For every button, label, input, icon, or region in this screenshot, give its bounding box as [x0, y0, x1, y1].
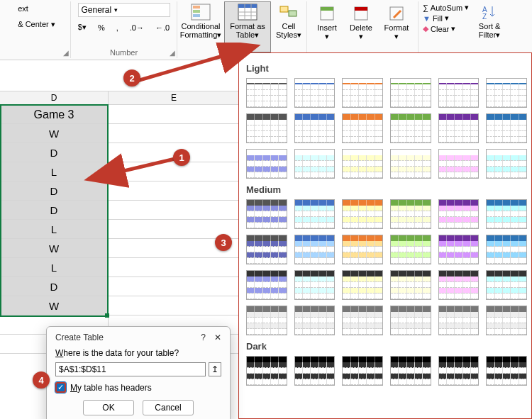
autosum-button[interactable]: ∑AutoSum ▾ [423, 3, 469, 12]
table-style-thumb[interactable] [438, 149, 480, 179]
table-style-thumb[interactable] [390, 78, 431, 108]
headers-checkbox[interactable]: ✓ [55, 382, 66, 393]
table-style-thumb[interactable] [246, 235, 287, 264]
percent-button[interactable]: % [96, 22, 107, 33]
dialog-close-button[interactable]: ✕ [214, 333, 221, 342]
cell-d[interactable]: L [0, 220, 109, 239]
dialog-help-button[interactable]: ? [201, 333, 206, 342]
delete-button[interactable]: Delete▾ [345, 3, 377, 50]
cell-d[interactable]: W [0, 239, 109, 258]
alignment-dialog-launcher[interactable]: ◢ [63, 49, 69, 57]
number-format-dropdown[interactable]: General▾ [78, 3, 170, 17]
table-style-thumb[interactable] [438, 113, 480, 143]
currency-button[interactable]: $▾ [76, 21, 89, 33]
table-style-thumb[interactable] [438, 270, 480, 300]
table-style-thumb[interactable] [294, 306, 336, 335]
ribbon: ext & Center ▾ ◢ General▾ $▾ % , .0→ ←.0… [0, 0, 532, 60]
table-style-thumb[interactable] [438, 306, 480, 335]
conditional-formatting-button[interactable]: Conditional Formatting▾ [177, 1, 224, 52]
sort-filter-button[interactable]: AZ Sort & Filter▾ [473, 1, 506, 52]
callout-4: 4 [33, 371, 50, 389]
table-style-thumb[interactable] [486, 235, 527, 264]
format-as-table-button[interactable]: Format as Table▾ [224, 1, 271, 52]
cell-d[interactable]: W [0, 124, 109, 143]
cell-d[interactable]: D [0, 277, 109, 296]
table-style-thumb[interactable] [342, 270, 383, 300]
table-style-thumb[interactable] [486, 199, 527, 229]
range-picker-button[interactable]: ↥ [209, 362, 221, 376]
cancel-button[interactable]: Cancel [143, 400, 194, 415]
table-style-thumb[interactable] [246, 78, 287, 108]
table-style-thumb[interactable] [390, 235, 431, 264]
table-style-thumb[interactable] [342, 78, 383, 108]
cell-d[interactable]: Game 3 [0, 105, 109, 124]
table-style-thumb[interactable] [486, 306, 527, 335]
number-dialog-launcher[interactable]: ◢ [170, 49, 175, 57]
cell-d[interactable]: L [0, 162, 109, 181]
table-style-thumb[interactable] [486, 270, 527, 300]
table-style-thumb[interactable] [246, 306, 287, 335]
table-style-thumb[interactable] [246, 149, 287, 179]
table-style-thumb[interactable] [294, 113, 336, 143]
cell-e[interactable] [109, 296, 240, 315]
comma-button[interactable]: , [114, 22, 121, 33]
cell-d[interactable]: D [0, 201, 109, 220]
cell-e[interactable] [109, 277, 240, 296]
clear-button[interactable]: ◆Clear ▾ [423, 24, 469, 33]
fill-button[interactable]: ▼Fill ▾ [423, 13, 469, 23]
table-style-thumb[interactable] [294, 356, 336, 386]
cell-d[interactable]: D [0, 181, 109, 201]
column-header-e[interactable]: E [109, 91, 240, 105]
wrap-text-button[interactable]: ext [16, 3, 31, 14]
table-style-thumb[interactable] [342, 356, 383, 386]
table-style-thumb[interactable] [390, 306, 431, 335]
decrease-decimal-button[interactable]: ←.0 [153, 22, 172, 33]
table-style-thumb[interactable] [294, 270, 336, 300]
table-style-thumb[interactable] [486, 78, 527, 108]
column-header-d[interactable]: D [0, 91, 109, 105]
table-style-thumb[interactable] [246, 270, 287, 300]
cell-e[interactable] [109, 258, 240, 277]
range-input[interactable] [55, 362, 206, 376]
table-style-thumb[interactable] [390, 149, 431, 179]
cell-e[interactable] [109, 105, 240, 124]
increase-decimal-button[interactable]: .0→ [128, 22, 146, 33]
table-style-thumb[interactable] [246, 199, 287, 229]
merge-center-button[interactable]: & Center ▾ [16, 18, 57, 30]
table-style-thumb[interactable] [246, 356, 287, 386]
format-button[interactable]: Format▾ [379, 3, 414, 50]
callout-3: 3 [215, 234, 232, 251]
cell-styles-button[interactable]: Cell Styles▾ [271, 1, 306, 52]
table-style-thumb[interactable] [246, 113, 287, 143]
insert-button[interactable]: Insert▾ [311, 3, 343, 50]
table-style-thumb[interactable] [486, 356, 527, 386]
table-style-thumb[interactable] [438, 78, 480, 108]
table-style-thumb[interactable] [342, 113, 383, 143]
ok-button[interactable]: OK [83, 400, 134, 415]
table-style-thumb[interactable] [390, 270, 431, 300]
table-style-thumb[interactable] [486, 113, 527, 143]
table-style-thumb[interactable] [390, 199, 431, 229]
table-style-thumb[interactable] [294, 199, 336, 229]
table-style-thumb[interactable] [486, 149, 527, 179]
table-style-thumb[interactable] [438, 356, 480, 386]
cell-e[interactable] [109, 124, 240, 143]
cell-d[interactable]: D [0, 143, 109, 162]
table-style-thumb[interactable] [438, 199, 480, 229]
table-style-thumb[interactable] [342, 149, 383, 179]
worksheet[interactable]: D E Game 3WDLDDLWLDW [0, 91, 241, 354]
table-style-thumb[interactable] [342, 235, 383, 264]
cell-d[interactable]: W [0, 296, 109, 315]
cell-d[interactable]: L [0, 258, 109, 277]
table-style-thumb[interactable] [294, 78, 336, 108]
table-style-thumb[interactable] [390, 356, 431, 386]
table-style-thumb[interactable] [438, 235, 480, 264]
cell-e[interactable] [109, 181, 240, 201]
table-style-thumb[interactable] [294, 235, 336, 264]
cell-e[interactable] [109, 162, 240, 181]
table-style-thumb[interactable] [294, 149, 336, 179]
cell-e[interactable] [109, 201, 240, 220]
table-style-thumb[interactable] [390, 113, 431, 143]
table-style-thumb[interactable] [342, 199, 383, 229]
table-style-thumb[interactable] [342, 306, 383, 335]
